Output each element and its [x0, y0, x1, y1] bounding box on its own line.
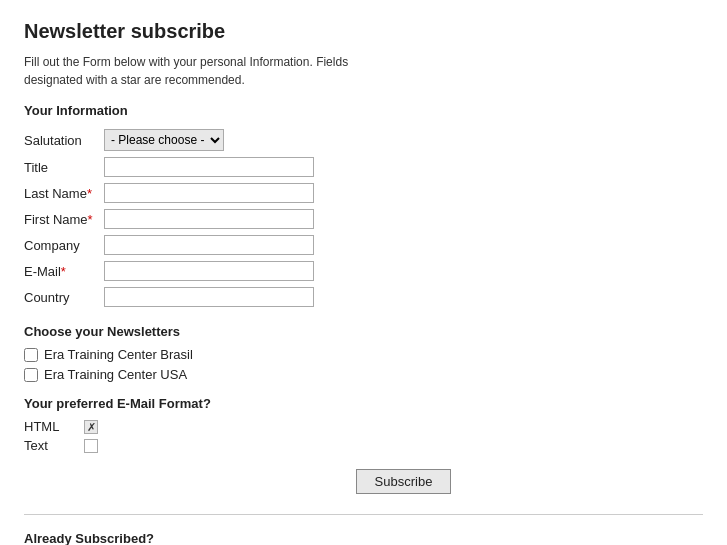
section-divider [24, 514, 703, 515]
format-html-row: HTML ✗ [24, 419, 703, 434]
format-text-checkbox[interactable] [84, 439, 98, 453]
company-label: Company [24, 232, 104, 258]
personal-info-form: Salutation - Please choose - Mr. Ms. Dr.… [24, 126, 320, 310]
company-input[interactable] [104, 235, 314, 255]
your-information-heading: Your Information [24, 103, 703, 118]
salutation-select[interactable]: - Please choose - Mr. Ms. Dr. [104, 129, 224, 151]
salutation-label: Salutation [24, 126, 104, 154]
format-html-label: HTML [24, 419, 84, 434]
last-name-label: Last Name* [24, 180, 104, 206]
last-name-required: * [87, 186, 92, 201]
already-subscribed-title: Already Subscribed? [24, 531, 444, 545]
newsletter-brasil-checkbox[interactable] [24, 348, 38, 362]
first-name-required: * [88, 212, 93, 227]
email-label: E-Mail* [24, 258, 104, 284]
newsletter-usa-row: Era Training Center USA [24, 367, 703, 382]
title-input[interactable] [104, 157, 314, 177]
subscribe-button-row: Subscribe [104, 469, 703, 494]
first-name-label: First Name* [24, 206, 104, 232]
intro-text: Fill out the Form below with your person… [24, 53, 404, 89]
email-format-section: Your preferred E-Mail Format? HTML ✗ Tex… [24, 396, 703, 453]
format-text-label: Text [24, 438, 84, 453]
country-input[interactable] [104, 287, 314, 307]
newsletter-brasil-row: Era Training Center Brasil [24, 347, 703, 362]
newsletter-usa-checkbox[interactable] [24, 368, 38, 382]
already-subscribed-section: Already Subscribed? You are already subs… [24, 531, 444, 545]
title-label: Title [24, 154, 104, 180]
email-format-heading: Your preferred E-Mail Format? [24, 396, 703, 411]
newsletter-brasil-label[interactable]: Era Training Center Brasil [44, 347, 193, 362]
last-name-input[interactable] [104, 183, 314, 203]
first-name-input[interactable] [104, 209, 314, 229]
newsletter-usa-label[interactable]: Era Training Center USA [44, 367, 187, 382]
page-title: Newsletter subscribe [24, 20, 703, 43]
subscribe-button[interactable]: Subscribe [356, 469, 452, 494]
newsletters-section: Choose your Newsletters Era Training Cen… [24, 324, 703, 382]
format-text-row: Text [24, 438, 703, 453]
email-input[interactable] [104, 261, 314, 281]
newsletters-heading: Choose your Newsletters [24, 324, 703, 339]
email-required: * [61, 264, 66, 279]
country-label: Country [24, 284, 104, 310]
format-html-checkbox[interactable]: ✗ [84, 420, 98, 434]
